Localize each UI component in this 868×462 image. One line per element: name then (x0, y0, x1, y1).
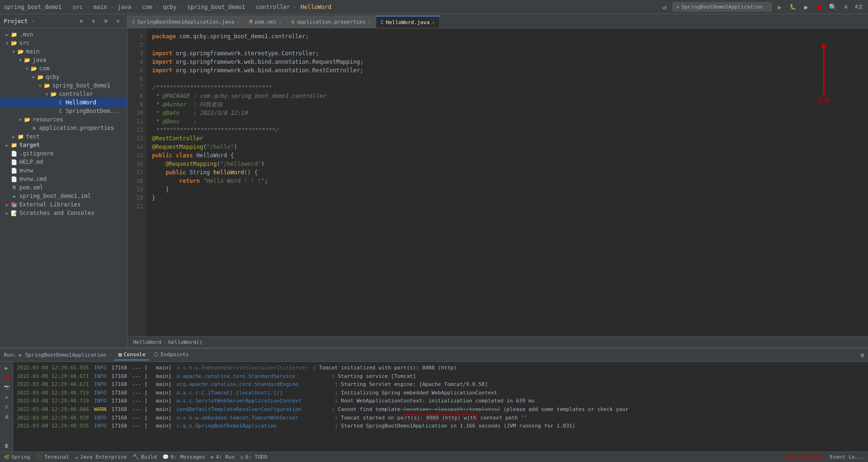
tabs-bar: C SpringBootDemo1Application.java ✕ M po… (127, 14, 868, 28)
sidebar-item-target[interactable]: ▶ 📁 target (0, 141, 127, 149)
sidebar-item-test[interactable]: ▶ 📁 test (0, 132, 127, 141)
run-app-name: SpringBootDemo1Application (25, 352, 106, 358)
tree-label: spring_boot_demo1 (52, 82, 110, 89)
tab-close[interactable]: ✕ (236, 19, 239, 25)
filter-button[interactable]: ▽ (2, 402, 11, 411)
stop-run-button[interactable]: ■ (2, 374, 11, 382)
sidebar-item-gitignore[interactable]: 📄 .gitignore (0, 149, 127, 158)
breadcrumb-demo[interactable]: spring_boot_demo1 (187, 4, 245, 10)
breadcrumb-sep: › (163, 339, 167, 345)
breadcrumb-src[interactable]: src (72, 4, 83, 10)
sidebar-item-spring-demo[interactable]: ▼ 📂 spring_boot_demo1 (0, 81, 127, 90)
breadcrumb-controller[interactable]: controller (256, 4, 290, 10)
breadcrumb-classname[interactable]: HelloWord (133, 339, 161, 345)
rerun-button[interactable]: ▶ (2, 364, 11, 372)
breadcrumb-qcby[interactable]: qcby (163, 4, 177, 10)
sidebar-item-controller[interactable]: ▼ 📂 controller (0, 90, 127, 98)
sidebar-icon-1[interactable]: ⊕ (76, 16, 86, 26)
folder-icon: 📁 (10, 31, 18, 38)
tab-pomxml[interactable]: M pom.xml ✕ (244, 16, 287, 28)
sidebar-item-mvnw[interactable]: 📄 mvnw (0, 166, 127, 175)
debug-button[interactable]: 🐛 (788, 2, 798, 12)
camera-button[interactable]: 📷 (2, 383, 11, 392)
code-line-8: * @PACKAGE : com.qcby.spring_boot_demo1.… (152, 92, 868, 100)
code-editor: 1 2 3 4 5 6 7 8 9 10 11 12 13 14 15 16 1 (127, 28, 868, 336)
search-button[interactable]: 🔍 (827, 2, 838, 12)
log-entry-5: 2022-03-08 12:29:40.886 WARN 17168 --- [… (17, 405, 864, 414)
sidebar-item-helloword[interactable]: C HelloWord (0, 98, 127, 107)
sidebar-item-external-libs[interactable]: ▶ 📚 External Libraries (0, 200, 127, 209)
code-content[interactable]: package com.qcby.spring_boot_demo1.contr… (146, 28, 868, 336)
sidebar-item-com[interactable]: ▼ 📂 com (0, 64, 127, 73)
log-entry-4: 2022-03-08 12:29:40.719 INFO 17168 --- [… (17, 397, 864, 405)
line-num-12: 12 (127, 126, 143, 134)
sidebar-item-qcby[interactable]: ▼ 📂 qcby (0, 73, 127, 81)
status-spring[interactable]: 🌿 Spring (4, 454, 30, 460)
run-close-icon[interactable]: ✕ (109, 352, 112, 358)
tab-close[interactable]: ✕ (279, 19, 282, 25)
breadcrumb-method[interactable]: helloWord() (168, 339, 202, 345)
tab-helloword[interactable]: C HelloWord.java ✕ (376, 16, 440, 28)
sidebar-item-springbootapp[interactable]: C SpringBootDem... (0, 107, 127, 115)
status-terminal[interactable]: ⬛ Terminal (36, 454, 69, 460)
settings-button[interactable]: ⚙ (841, 2, 851, 12)
translate-button[interactable]: A文 (854, 2, 864, 12)
sidebar-item-pomxml[interactable]: M pom.xml (0, 183, 127, 192)
run-button[interactable]: ▶ (775, 2, 785, 12)
status-build[interactable]: 🔨 Build (133, 454, 157, 460)
sidebar-close[interactable]: ✕ (113, 16, 123, 26)
tab-label: HelloWord.java (386, 19, 430, 26)
up-button[interactable]: ↑ (2, 422, 11, 430)
run-config-selector[interactable]: ▶ SpringBootDemo1Application ▾ (673, 2, 772, 11)
wraplines-button[interactable]: ⇌ (2, 393, 11, 402)
clear-button[interactable]: 🗑 (2, 442, 11, 450)
sep2: › (86, 4, 90, 10)
sidebar-item-appprops[interactable]: ⚙ application.properties (0, 124, 127, 132)
sidebar-item-scratches[interactable]: ▶ 📝 Scratches and Consoles (0, 209, 127, 217)
tree-label: application.properties (39, 125, 114, 131)
print-button[interactable]: 🖨 (2, 412, 11, 421)
log-entry-7: 2022-03-08 12:29:40.935 INFO 17168 --- [… (17, 422, 864, 430)
tab-close[interactable]: ✕ (368, 19, 371, 25)
sidebar-settings[interactable]: ⚙ (101, 16, 111, 26)
stop-button[interactable]: ■ (814, 2, 825, 12)
sidebar-item-java[interactable]: ▼ 📂 java (0, 56, 127, 64)
sidebar-item-mvnwcmd[interactable]: 📄 mvnw.cmd (0, 175, 127, 183)
breadcrumb-com[interactable]: com (142, 4, 152, 10)
sidebar-item-resources[interactable]: ▼ 📂 resources (0, 115, 127, 124)
sidebar-item-iml[interactable]: ◆ spring_boot_demo1.iml (0, 192, 127, 200)
run-tab-console[interactable]: ▤ Console (115, 350, 149, 360)
tab-springbootapp[interactable]: C SpringBootDemo1Application.java ✕ (127, 16, 244, 28)
tab-appprops[interactable]: ⚙ application.properties ✕ (287, 16, 376, 28)
coverage-button[interactable]: ▶ (801, 2, 811, 12)
breadcrumb-java[interactable]: java (118, 4, 131, 10)
sync-button[interactable]: ↺ (659, 2, 670, 12)
run-panel-header: Run: ▶ SpringBootDemo1Application ✕ ▤ Co… (0, 349, 868, 362)
breadcrumb-spring[interactable]: spring_boot_demo1 (4, 4, 62, 10)
down-button[interactable]: ↓ (2, 432, 11, 440)
console-output[interactable]: 2022-03-08 12:29:41.035 INFO 17168 --- [… (13, 362, 868, 452)
tree-label: mvnw (19, 167, 33, 174)
sidebar-item-helpmd[interactable]: 📄 HELP.md (0, 158, 127, 166)
status-run[interactable]: ▶ 4: Run (211, 454, 235, 460)
status-java-enterprise[interactable]: ☕ Java Enterprise (75, 454, 127, 460)
sidebar-item-src[interactable]: ▼ 📂 src (0, 39, 127, 47)
xml-icon: M (10, 184, 18, 191)
folder-open-icon: 📂 (10, 39, 18, 47)
panel-settings-btn[interactable]: ⚙ (860, 351, 864, 359)
project-dropdown-icon[interactable]: ▾ (32, 18, 34, 24)
tree-arrow: ▼ (24, 66, 30, 71)
sep5: › (156, 4, 160, 10)
run-tab-endpoints[interactable]: ⬡ Endpoints (150, 350, 193, 360)
status-eventlog[interactable]: Event Lo... (830, 453, 864, 461)
breadcrumb-main[interactable]: main (93, 4, 107, 10)
status-messages[interactable]: 💬 0: Messages (162, 454, 205, 460)
line-num-18: 💡 18 (127, 177, 143, 185)
sidebar-item-main[interactable]: ▼ 📂 main (0, 47, 127, 56)
sidebar-item-mvn[interactable]: ▶ 📁 .mvn (0, 30, 127, 39)
tab-close[interactable]: ✕ (432, 20, 435, 25)
sidebar-header: Project ▾ ⊕ ⇅ ⚙ ✕ (0, 14, 127, 28)
sidebar-icon-2[interactable]: ⇅ (88, 16, 99, 26)
status-todo[interactable]: ☑ 6: TODO (240, 454, 267, 460)
tree-label: HELP.md (19, 159, 43, 165)
